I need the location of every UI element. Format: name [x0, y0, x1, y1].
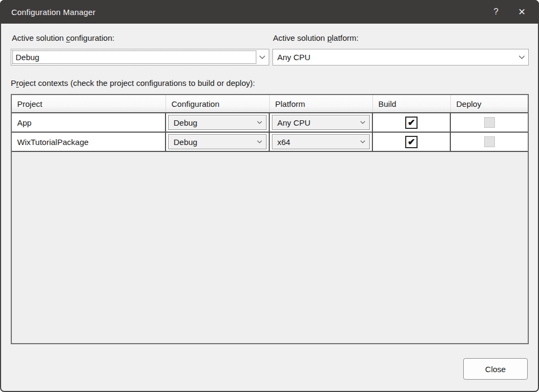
- active-solution-platform-value: Any CPU: [273, 53, 515, 62]
- grid-empty-area: [12, 152, 528, 343]
- close-icon: ✕: [518, 6, 526, 18]
- build-checkbox[interactable]: ✔: [405, 136, 418, 148]
- project-name-cell: WixTutorialPackage: [12, 133, 166, 151]
- checkmark-icon: ✔: [407, 137, 415, 147]
- row-configuration-select[interactable]: Debug: [168, 115, 267, 130]
- build-cell: ✔: [373, 113, 451, 132]
- deploy-cell: [451, 113, 528, 132]
- titlebar: Configuration Manager ? ✕: [0, 0, 539, 24]
- project-contexts-grid: Project Configuration Platform Build Dep…: [11, 94, 529, 344]
- column-header-deploy: Deploy: [451, 95, 528, 112]
- grid-header-row: Project Configuration Platform Build Dep…: [12, 95, 528, 113]
- row-platform-select[interactable]: Any CPU: [272, 115, 370, 130]
- project-contexts-label: Project contexts (check the project conf…: [11, 78, 255, 88]
- active-solution-configuration-value: Debug: [11, 53, 256, 62]
- column-header-build: Build: [373, 95, 451, 112]
- build-checkbox[interactable]: ✔: [405, 117, 418, 129]
- configuration-manager-dialog: Configuration Manager ? ✕ Active solutio…: [0, 0, 539, 392]
- chevron-down-icon: [256, 55, 269, 59]
- chevron-down-icon: [253, 140, 266, 143]
- chevron-down-icon: [515, 55, 528, 59]
- project-name-cell: App: [12, 113, 166, 132]
- close-window-button[interactable]: ✕: [509, 0, 535, 24]
- table-row: WixTutorialPackage Debug x64: [12, 133, 528, 152]
- close-button[interactable]: Close: [463, 358, 528, 380]
- deploy-checkbox-disabled: [484, 117, 495, 128]
- help-button[interactable]: ?: [483, 0, 509, 24]
- deploy-cell: [451, 133, 528, 151]
- active-solution-configuration-label: Active solution configuration:: [12, 33, 114, 42]
- table-row: App Debug Any CPU ✔: [12, 113, 528, 133]
- active-solution-configuration-select[interactable]: Debug: [11, 49, 269, 66]
- checkmark-icon: ✔: [407, 118, 415, 127]
- active-solution-platform-select[interactable]: Any CPU: [272, 49, 529, 66]
- active-solution-platform-label: Active solution platform:: [273, 33, 358, 42]
- chevron-down-icon: [356, 121, 369, 124]
- window-title: Configuration Manager: [0, 8, 96, 17]
- row-platform-select[interactable]: x64: [272, 134, 370, 149]
- deploy-checkbox-disabled: [484, 136, 495, 147]
- build-cell: ✔: [373, 133, 451, 151]
- platform-cell: x64: [270, 133, 373, 151]
- column-header-platform: Platform: [270, 95, 373, 112]
- row-configuration-select[interactable]: Debug: [168, 134, 267, 149]
- column-header-configuration: Configuration: [166, 95, 270, 112]
- column-header-project: Project: [12, 95, 166, 112]
- chevron-down-icon: [356, 140, 369, 143]
- configuration-cell: Debug: [166, 133, 270, 151]
- chevron-down-icon: [253, 121, 266, 124]
- platform-cell: Any CPU: [270, 113, 373, 132]
- help-icon: ?: [494, 7, 499, 17]
- titlebar-buttons: ? ✕: [483, 0, 539, 24]
- configuration-cell: Debug: [166, 113, 270, 132]
